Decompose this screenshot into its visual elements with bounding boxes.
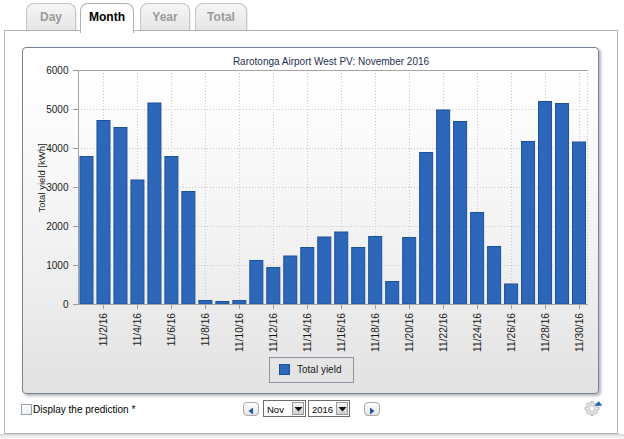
svg-text:6000: 6000 xyxy=(46,65,69,76)
svg-text:11/4/16: 11/4/16 xyxy=(132,313,143,347)
svg-text:11/6/16: 11/6/16 xyxy=(166,313,177,347)
svg-text:11/10/16: 11/10/16 xyxy=(234,313,245,352)
svg-text:4000: 4000 xyxy=(46,143,69,154)
svg-text:11/20/16: 11/20/16 xyxy=(404,313,415,352)
svg-text:3000: 3000 xyxy=(46,182,69,193)
svg-text:5000: 5000 xyxy=(46,104,69,115)
svg-text:Rarotonga Airport West PV: Nov: Rarotonga Airport West PV: November 2016 xyxy=(233,56,430,67)
svg-text:11/26/16: 11/26/16 xyxy=(506,313,517,352)
svg-text:11/22/16: 11/22/16 xyxy=(438,313,449,352)
svg-text:11/24/16: 11/24/16 xyxy=(472,313,483,352)
svg-text:11/14/16: 11/14/16 xyxy=(302,313,313,352)
svg-text:1000: 1000 xyxy=(46,260,69,271)
svg-text:0: 0 xyxy=(63,299,69,310)
svg-text:11/30/16: 11/30/16 xyxy=(574,313,585,352)
svg-text:2000: 2000 xyxy=(46,221,69,232)
svg-text:11/8/16: 11/8/16 xyxy=(200,313,211,347)
svg-text:11/2/16: 11/2/16 xyxy=(98,313,109,347)
svg-text:11/16/16: 11/16/16 xyxy=(336,313,347,352)
svg-text:11/28/16: 11/28/16 xyxy=(540,313,551,352)
svg-text:11/18/16: 11/18/16 xyxy=(370,313,381,352)
svg-text:11/12/16: 11/12/16 xyxy=(268,313,279,352)
svg-text:Total yield [kWh]: Total yield [kWh] xyxy=(36,143,47,212)
